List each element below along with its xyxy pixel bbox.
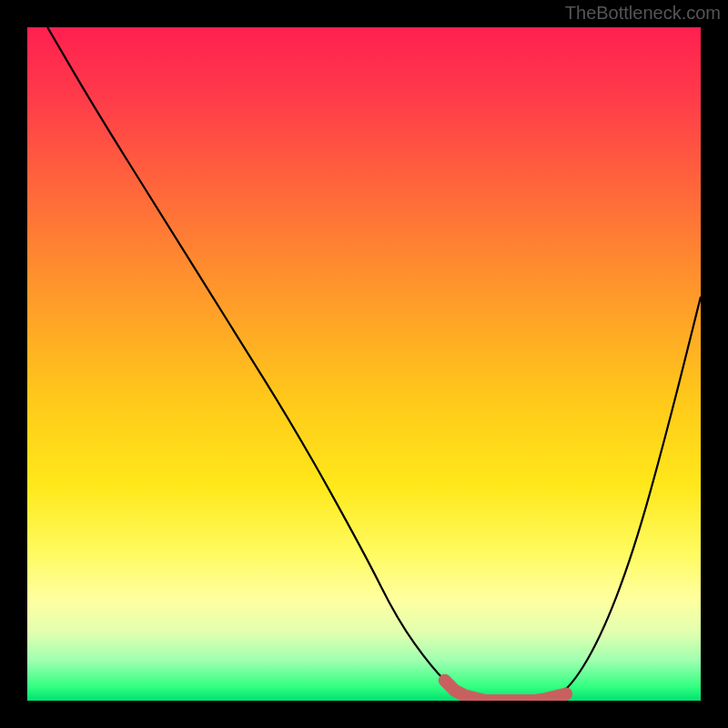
highlight-endpoint — [560, 688, 572, 701]
watermark-text: TheBottleneck.com — [565, 3, 721, 24]
plot-area — [27, 27, 701, 701]
bottleneck-curve — [47, 27, 701, 701]
highlight-band — [445, 681, 566, 701]
chart-svg — [27, 27, 701, 701]
